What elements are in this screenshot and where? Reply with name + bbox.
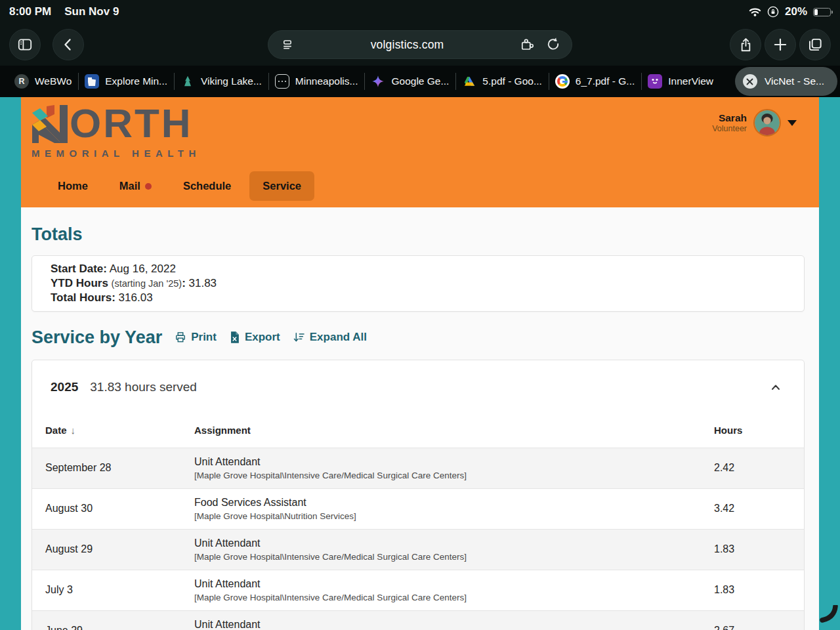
webpage-viewport: ORTH MEMORIAL HEALTH Sarah Volunteer — [0, 97, 840, 630]
reader-view-icon[interactable] — [280, 37, 295, 52]
reload-icon[interactable] — [545, 37, 561, 52]
export-label: Export — [245, 331, 280, 344]
innerview-icon — [648, 74, 662, 89]
total-hours-value: 316.03 — [119, 291, 153, 304]
row-hours: 2.42 — [714, 448, 805, 488]
dots-keyboard-icon — [275, 74, 289, 89]
main-area: Totals Start Date: Aug 16, 2022 YTD Hour… — [21, 207, 819, 630]
totals-card: Start Date: Aug 16, 2022 YTD Hours (star… — [32, 255, 805, 312]
tab-explore-minnesota[interactable]: Explore Min... — [78, 66, 174, 97]
row-date: June 29 — [32, 610, 194, 630]
battery-percent: 20% — [785, 5, 807, 18]
export-excel-icon — [228, 331, 241, 344]
ytd-value: 31.83 — [189, 277, 217, 289]
year-label: 2025 — [51, 380, 78, 394]
table-row: July 3 Unit Attendant [Maple Grove Hospi… — [32, 570, 805, 610]
tab-innerview[interactable]: InnerView — [641, 66, 720, 97]
row-assignment-detail: [Maple Grove Hospital\Intensive Care/Med… — [194, 471, 714, 480]
tab-pdf-google[interactable]: 6_7.pdf - G... — [549, 66, 641, 97]
print-label: Print — [191, 331, 217, 344]
expand-all-label: Expand All — [310, 331, 367, 344]
ytd-colon: : — [182, 277, 186, 289]
row-date: August 30 — [32, 488, 194, 529]
extensions-icon[interactable] — [519, 37, 535, 52]
address-bar[interactable]: volgistics.com — [268, 30, 572, 59]
page-content: ORTH MEMORIAL HEALTH Sarah Volunteer — [21, 97, 819, 630]
nav-service[interactable]: Service — [249, 171, 314, 201]
tab-label: Google Ge... — [391, 75, 449, 87]
print-button[interactable]: Print — [174, 331, 217, 344]
row-date: August 29 — [32, 529, 194, 570]
new-tab-button[interactable] — [765, 29, 796, 60]
browser-toolbar: volgistics.com — [0, 24, 840, 66]
tab-label: Minneapolis... — [295, 75, 358, 87]
row-hours: 2.67 — [714, 610, 805, 630]
row-assignment-detail: [Maple Grove Hospital\Nutrition Services… — [194, 511, 714, 521]
gemini-star-icon — [371, 74, 385, 89]
table-row: August 29 Unit Attendant [Maple Grove Ho… — [32, 529, 805, 570]
user-menu[interactable]: Sarah Volunteer — [712, 109, 797, 136]
sidebar-toggle-button[interactable] — [9, 29, 41, 60]
collapse-chevron-up-icon[interactable] — [765, 376, 787, 401]
nav-label: Service — [262, 180, 301, 192]
battery-icon — [813, 8, 831, 16]
export-button[interactable]: Export — [228, 331, 280, 344]
totals-heading: Totals — [32, 224, 808, 245]
tab-label: Explore Min... — [105, 75, 167, 87]
service-table: Date↓ Assignment Hours September 28 Unit… — [32, 413, 805, 630]
row-assignment-detail: [Maple Grove Hospital\Intensive Care/Med… — [194, 593, 714, 602]
column-header-date[interactable]: Date↓ — [32, 413, 194, 448]
nav-schedule[interactable]: Schedule — [170, 171, 244, 201]
orientation-lock-icon — [767, 6, 779, 18]
screen: 8:00 PM Sun Nov 9 20% — [0, 0, 840, 630]
tab-google-gemini[interactable]: Google Ge... — [364, 66, 455, 97]
tab-overview-button[interactable] — [799, 29, 831, 60]
decorative-swoosh — [820, 605, 838, 627]
google-g-icon — [555, 74, 570, 89]
back-button[interactable] — [52, 29, 84, 60]
share-button[interactable] — [730, 29, 761, 60]
tab-vicnet-active[interactable]: VicNet - Se... — [735, 67, 837, 96]
nav-home[interactable]: Home — [45, 171, 101, 201]
close-tab-icon[interactable] — [743, 74, 757, 89]
minnesota-state-icon — [85, 74, 99, 89]
user-role: Volunteer — [712, 124, 747, 133]
clock: 8:00 PM — [9, 5, 51, 18]
table-row: August 30 Food Services Assistant [Maple… — [32, 488, 805, 529]
google-drive-icon — [462, 74, 476, 89]
tab-viking-lakes[interactable]: Viking Lake... — [174, 66, 268, 97]
column-header-assignment: Assignment — [194, 413, 714, 448]
year-group-header[interactable]: 2025 31.83 hours served — [32, 360, 804, 413]
start-date-label: Start Date: — [51, 262, 107, 275]
year-summary: 31.83 hours served — [90, 380, 197, 394]
r-letter-badge-icon: R — [14, 74, 29, 89]
expand-all-button[interactable]: Expand All — [292, 331, 367, 344]
tab-label: 5.pdf - Goo... — [482, 75, 541, 87]
service-by-year-heading: Service by Year — [32, 327, 162, 348]
table-row: June 29 Unit Attendant [Maple Grove Hosp… — [32, 610, 805, 630]
row-date: September 28 — [32, 448, 194, 488]
tab-minneapolis[interactable]: Minneapolis... — [268, 66, 365, 97]
row-assignment-detail: [Maple Grove Hospital\Intensive Care/Med… — [194, 552, 714, 562]
chevron-down-icon — [788, 120, 797, 126]
row-assignment: Food Services Assistant — [194, 497, 714, 509]
row-hours: 1.83 — [714, 529, 805, 570]
avatar — [753, 109, 781, 136]
table-row: September 28 Unit Attendant [Maple Grove… — [32, 448, 805, 488]
nav-mail[interactable]: Mail — [106, 171, 165, 201]
ytd-label: YTD Hours — [51, 277, 108, 289]
tab-label: VicNet - Se... — [765, 75, 824, 87]
logo-n-mark — [32, 105, 68, 143]
tab-label: Viking Lake... — [201, 75, 262, 87]
tab-strip: R WeBWo Explore Min... Viking Lake... — [0, 66, 840, 97]
row-assignment: Unit Attendant — [194, 537, 714, 549]
tab-pdf-drive[interactable]: 5.pdf - Goo... — [455, 66, 548, 97]
logo-word: ORTH — [70, 105, 193, 142]
row-hours: 3.42 — [714, 488, 805, 529]
nav-label: Schedule — [183, 180, 231, 192]
site-header: ORTH MEMORIAL HEALTH Sarah Volunteer — [21, 97, 819, 207]
row-assignment: Unit Attendant — [194, 456, 714, 468]
tab-webwork[interactable]: R WeBWo — [8, 66, 78, 97]
green-tree-icon — [180, 74, 195, 89]
total-hours-label: Total Hours: — [51, 291, 116, 304]
